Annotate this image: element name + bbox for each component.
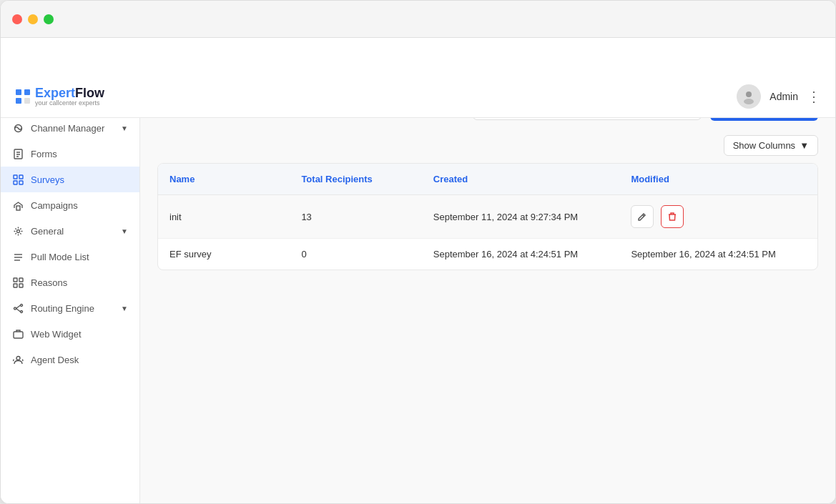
page-content: Surveys (2) i 🔍 xyxy=(140,81,835,503)
sidebar-item-label: Web Widget xyxy=(31,329,82,340)
traffic-lights xyxy=(12,14,54,24)
sidebar-item-label: Forms xyxy=(31,149,57,159)
edit-button[interactable] xyxy=(631,205,654,228)
more-options-button[interactable]: ⋮ xyxy=(807,88,821,105)
main-content: Bot Channel Manager ▼ xyxy=(1,81,835,503)
chevron-down-icon: ▼ xyxy=(121,305,128,312)
avatar xyxy=(737,84,761,109)
widget-icon xyxy=(12,328,24,340)
sidebar-item-label: Agent Desk xyxy=(31,355,79,365)
svg-point-30 xyxy=(20,304,22,306)
surveys-icon xyxy=(12,174,24,185)
trash-icon xyxy=(667,212,677,222)
sidebar-item-agent-desk[interactable]: Agent Desk xyxy=(1,347,139,372)
cell-name: init xyxy=(158,202,290,232)
sidebar-item-pull-mode-list[interactable]: Pull Mode List xyxy=(1,244,139,270)
cell-created: September 11, 2024 at 9:27:34 PM xyxy=(422,202,620,232)
sidebar-item-label: Pull Mode List xyxy=(31,252,89,262)
svg-rect-34 xyxy=(14,332,23,338)
logo: ExpertFlow your callcenter experts xyxy=(15,87,104,107)
title-bar xyxy=(1,1,835,38)
nav-right: Admin ⋮ xyxy=(737,84,821,109)
delete-button[interactable] xyxy=(661,205,684,228)
routing-icon xyxy=(12,302,24,314)
sidebar-item-web-widget[interactable]: Web Widget xyxy=(1,321,139,347)
cell-recipients: 0 xyxy=(290,239,421,270)
forms-icon xyxy=(12,148,24,159)
sidebar: Bot Channel Manager ▼ xyxy=(1,81,140,503)
svg-point-35 xyxy=(16,356,20,360)
svg-rect-18 xyxy=(14,181,17,184)
svg-point-4 xyxy=(746,92,752,97)
close-button[interactable] xyxy=(12,14,22,24)
sidebar-item-label: Reasons xyxy=(31,277,67,288)
app-window: ExpertFlow your callcenter experts Admin… xyxy=(0,0,836,504)
cell-modified: September 16, 2024 at 4:24:51 PM xyxy=(619,239,817,270)
svg-point-21 xyxy=(16,229,19,232)
svg-rect-0 xyxy=(16,89,21,95)
svg-rect-16 xyxy=(14,175,17,179)
logo-brand: ExpertFlow xyxy=(35,87,104,99)
svg-rect-20 xyxy=(16,206,20,210)
chevron-down-icon: ▼ xyxy=(121,227,128,235)
column-header-recipients: Total Recipients xyxy=(290,164,421,194)
svg-rect-1 xyxy=(24,89,30,95)
channel-icon xyxy=(12,122,24,134)
table-row: EF survey 0 September 16, 2024 at 4:24:5… xyxy=(158,239,817,270)
svg-rect-25 xyxy=(14,278,17,282)
svg-rect-19 xyxy=(19,181,23,184)
column-header-modified: Modified xyxy=(619,164,817,194)
reasons-icon xyxy=(12,277,24,288)
show-columns-button[interactable]: Show Columns ▼ xyxy=(724,135,818,156)
campaigns-icon xyxy=(12,199,24,211)
sidebar-item-label: Campaigns xyxy=(31,200,78,211)
svg-point-29 xyxy=(14,307,16,310)
cell-actions xyxy=(619,195,817,238)
sidebar-item-campaigns[interactable]: Campaigns xyxy=(1,192,139,218)
svg-line-39 xyxy=(643,215,644,217)
table-row: init 13 September 11, 2024 at 9:27:34 PM xyxy=(158,195,817,239)
cell-name: EF survey xyxy=(158,239,290,270)
edit-icon xyxy=(637,212,647,222)
agent-icon xyxy=(12,354,24,365)
svg-line-32 xyxy=(16,305,20,309)
svg-point-5 xyxy=(744,99,754,104)
svg-rect-3 xyxy=(24,98,30,104)
sidebar-item-label: Channel Manager xyxy=(31,123,104,134)
sidebar-item-general[interactable]: General ▼ xyxy=(1,218,139,244)
table-header: Name Total Recipients Created Modified xyxy=(158,164,817,195)
logo-sub: your callcenter experts xyxy=(35,99,104,107)
logo-text: ExpertFlow your callcenter experts xyxy=(35,87,104,107)
top-nav: ExpertFlow your callcenter experts Admin… xyxy=(1,75,835,118)
svg-rect-26 xyxy=(19,278,23,282)
column-header-created: Created xyxy=(422,164,620,194)
sidebar-item-surveys[interactable]: Surveys xyxy=(1,167,139,192)
maximize-button[interactable] xyxy=(44,14,54,24)
list-icon xyxy=(12,251,24,262)
sidebar-item-label: Routing Engine xyxy=(31,303,94,314)
column-header-name: Name xyxy=(158,164,290,194)
chevron-down-icon: ▼ xyxy=(121,124,128,132)
table-controls: Show Columns ▼ xyxy=(157,135,818,156)
dropdown-arrow-icon: ▼ xyxy=(800,140,809,151)
sidebar-item-reasons[interactable]: Reasons xyxy=(1,270,139,295)
logo-icon xyxy=(15,89,31,104)
cell-created: September 16, 2024 at 4:24:51 PM xyxy=(422,239,620,270)
svg-point-31 xyxy=(20,310,22,312)
sidebar-item-label: Surveys xyxy=(31,174,64,185)
show-columns-label: Show Columns xyxy=(733,140,795,151)
admin-name: Admin xyxy=(769,91,798,102)
sidebar-item-label: General xyxy=(31,226,64,237)
sidebar-item-channel-manager[interactable]: Channel Manager ▼ xyxy=(1,115,139,141)
svg-rect-17 xyxy=(19,175,23,179)
svg-rect-27 xyxy=(14,284,17,287)
minimize-button[interactable] xyxy=(28,14,38,24)
gear-icon xyxy=(12,225,24,237)
svg-rect-2 xyxy=(16,98,21,104)
data-table: Name Total Recipients Created Modified i… xyxy=(157,163,818,270)
sidebar-item-routing-engine[interactable]: Routing Engine ▼ xyxy=(1,295,139,321)
svg-rect-28 xyxy=(19,284,23,287)
svg-line-33 xyxy=(16,308,20,312)
sidebar-item-forms[interactable]: Forms xyxy=(1,141,139,167)
cell-recipients: 13 xyxy=(290,202,421,232)
